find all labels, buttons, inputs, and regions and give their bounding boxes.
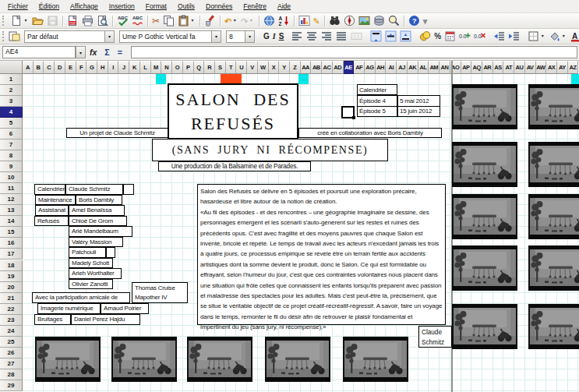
credit-name-cell[interactable]: Patchouli	[69, 247, 106, 258]
chevron-down-icon[interactable]: ▾	[231, 14, 238, 27]
column-header-H[interactable]: H	[97, 61, 108, 74]
column-header-AW[interactable]: AW	[536, 61, 547, 74]
paste-button[interactable]: ▾	[177, 14, 196, 27]
column-header-A[interactable]: A	[23, 61, 34, 74]
justify-button[interactable]	[335, 30, 348, 43]
row-header-15[interactable]: 15	[0, 227, 23, 238]
export-pdf-button[interactable]: PDF	[66, 14, 79, 27]
background-color-button[interactable]: ▾	[548, 30, 567, 43]
video-thumbnail[interactable]	[528, 194, 579, 239]
menu-edition[interactable]: Édition	[34, 2, 65, 10]
column-header-D[interactable]: D	[55, 61, 65, 74]
video-thumbnail[interactable]	[35, 337, 101, 382]
formula-input[interactable]	[131, 46, 577, 58]
column-header-AC[interactable]: AC	[322, 61, 333, 74]
column-header-AD[interactable]: AD	[333, 61, 344, 74]
sum-icon[interactable]: Σ	[104, 48, 109, 57]
increase-indent-button[interactable]	[507, 30, 521, 43]
credit-role-cell[interactable]: Assistanat	[35, 205, 69, 216]
credit-name-cell[interactable]: Olivier Zanotti	[69, 279, 113, 290]
row-header-23[interactable]: 23	[0, 315, 23, 326]
column-header-AS[interactable]: AS	[493, 61, 504, 74]
zoom-button[interactable]	[387, 14, 401, 27]
column-header-E[interactable]: E	[65, 61, 76, 74]
column-header-V[interactable]: V	[247, 61, 258, 74]
video-thumbnail[interactable]	[452, 245, 517, 291]
video-thumbnail[interactable]	[265, 337, 330, 382]
column-header-AN[interactable]: AN	[440, 61, 450, 74]
column-header-AB[interactable]: AB	[311, 61, 322, 74]
column-header-AR[interactable]: AR	[482, 61, 493, 74]
menu-donnees[interactable]: Données	[200, 2, 238, 10]
menu-affichage[interactable]: Affichage	[65, 2, 104, 10]
percent-format-button[interactable]: %	[433, 30, 442, 43]
video-thumbnail[interactable]	[111, 337, 177, 382]
row-header-8[interactable]: 8	[0, 150, 23, 161]
credit-name-cell[interactable]: Amel Benaïssa	[69, 205, 125, 216]
fill-handle[interactable]	[352, 116, 355, 119]
chevron-down-icon[interactable]: ▾	[560, 30, 567, 43]
delete-decimal-button[interactable]: 0.0	[473, 30, 486, 43]
credit-role-cell[interactable]: Avec la participation amicale de	[32, 292, 130, 303]
column-header-J[interactable]: J	[118, 61, 129, 74]
menu-fichier[interactable]: Fichier	[2, 2, 34, 10]
chevron-down-icon[interactable]: ▾	[211, 30, 221, 43]
chevron-down-icon[interactable]: ▾	[104, 30, 115, 43]
font-combo[interactable]: Ume P Gothic Vertical fa▾	[119, 30, 221, 43]
new-document-button[interactable]: ▾	[10, 14, 30, 27]
row-header-9[interactable]: 9	[0, 161, 23, 172]
function-wizard-icon[interactable]: fx	[90, 48, 97, 57]
column-header-AI[interactable]: AI	[386, 61, 397, 74]
column-header-K[interactable]: K	[129, 61, 140, 74]
column-header-W[interactable]: W	[258, 61, 269, 74]
align-center-button[interactable]	[305, 30, 319, 43]
cut-button[interactable]: ✂	[151, 14, 161, 27]
row-header-16[interactable]: 16	[0, 238, 23, 249]
data-sources-button[interactable]	[372, 14, 386, 27]
print-preview-button[interactable]	[96, 14, 109, 27]
column-header-R[interactable]: R	[204, 61, 215, 74]
row-header-27[interactable]: 27	[0, 358, 23, 369]
column-header-AK[interactable]: AK	[408, 61, 418, 74]
select-all-corner[interactable]	[0, 61, 23, 74]
navigator-button[interactable]	[343, 14, 356, 27]
video-thumbnail[interactable]	[343, 337, 408, 382]
row-header-28[interactable]: 28	[0, 369, 23, 380]
column-header-AY[interactable]: AY	[557, 61, 568, 74]
column-header-G[interactable]: G	[86, 61, 97, 74]
column-header-M[interactable]: M	[151, 61, 162, 74]
font-color-button[interactable]: A▾	[569, 30, 579, 43]
video-thumbnail[interactable]	[452, 142, 517, 187]
name-box[interactable]: AE4	[2, 46, 76, 58]
column-header-C[interactable]: C	[44, 61, 55, 74]
style-combo[interactable]: Par défaut▾	[24, 30, 115, 43]
highlighted-cell-Z1[interactable]	[298, 74, 309, 84]
row-header-7[interactable]: 7	[0, 139, 23, 150]
gallery-button[interactable]	[358, 14, 371, 27]
column-header-S[interactable]: S	[215, 61, 226, 74]
chevron-down-icon[interactable]: ▾	[189, 14, 196, 27]
credit-name-cell[interactable]: Valéry Massion	[69, 237, 123, 248]
row-header-11[interactable]: 11	[0, 183, 23, 194]
credit-role-cell[interactable]: Bruitages	[34, 314, 71, 325]
row-header-12[interactable]: 12	[0, 194, 23, 205]
menu-format[interactable]: Format	[140, 2, 172, 10]
row-header-1[interactable]: 1	[0, 74, 23, 85]
credit-role-cell[interactable]: Calendrier	[34, 184, 65, 195]
credit-name-cell[interactable]: Madely Schott	[69, 258, 113, 269]
help-button[interactable]: ?	[408, 14, 421, 27]
show-draw-functions-button[interactable]: ✎	[312, 14, 321, 27]
row-header-6[interactable]: 6	[0, 129, 23, 139]
column-header-X[interactable]: X	[269, 61, 280, 74]
column-header-AL[interactable]: AL	[418, 61, 429, 74]
toolbar-options-button[interactable]: ▾	[422, 14, 429, 27]
credit-name-cell[interactable]: Arnaud Poirier	[101, 303, 149, 314]
row-header-25[interactable]: 25	[0, 337, 23, 348]
column-header-AU[interactable]: AU	[514, 61, 525, 74]
align-left-button[interactable]	[291, 30, 304, 43]
autospellcheck-button[interactable]: ABC	[131, 14, 144, 27]
column-header-L[interactable]: L	[140, 61, 151, 74]
chevron-down-icon[interactable]: ▾	[23, 14, 29, 27]
row-header-13[interactable]: 13	[0, 205, 23, 216]
highlighted-cell-AY1[interactable]	[571, 74, 579, 84]
